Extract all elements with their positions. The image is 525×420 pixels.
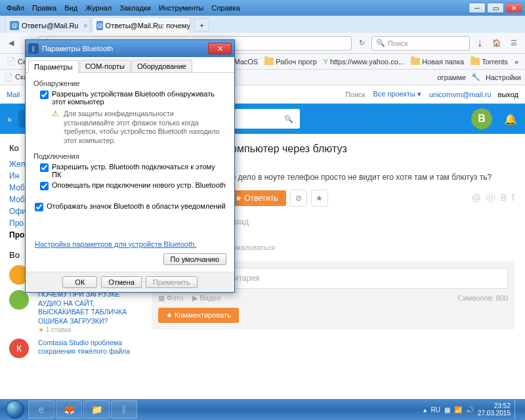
- window-minimize[interactable]: ─: [469, 3, 486, 13]
- downloads-button[interactable]: ⭳: [472, 36, 487, 51]
- answer-button[interactable]: ★ Ответить: [227, 190, 286, 206]
- share-mail-icon[interactable]: @: [472, 192, 481, 204]
- apply-button[interactable]: Применить: [146, 276, 198, 288]
- home-button[interactable]: 🏠: [490, 36, 504, 51]
- toolbar-link[interactable]: Настройки: [486, 74, 521, 81]
- bookmarks-overflow[interactable]: »: [512, 58, 521, 66]
- browser-tabstrip: @ Ответы@Mail.Ru × @ Ответы@Mail.Ru: поч…: [0, 16, 525, 33]
- bluetooth-dialog: ᛒ Параметры Bluetooth ✕ Параметры COM-по…: [25, 39, 235, 293]
- folder-icon: [264, 58, 274, 65]
- menu-edit[interactable]: Правка: [28, 3, 60, 13]
- check-allow-connect[interactable]: Разрешить устр. Bluetooth подключаться к…: [40, 163, 226, 178]
- sidebar-question[interactable]: К Comtasia Studio проблема сохранения тя…: [9, 339, 135, 358]
- check-discoverable[interactable]: Разрешить устройствам Bluetooth обнаружи…: [40, 90, 226, 106]
- menu-bookmarks[interactable]: Закладки: [116, 3, 155, 13]
- taskbar-bluetooth[interactable]: ᛒ: [111, 400, 137, 419]
- user-email[interactable]: unicornvm@mail.ru: [429, 91, 492, 98]
- checkbox[interactable]: [35, 203, 43, 211]
- tab-params[interactable]: Параметры: [28, 60, 79, 73]
- bluetooth-icon: ᛒ: [121, 404, 127, 415]
- show-desktop[interactable]: [514, 400, 518, 419]
- tray-clock[interactable]: 23:52 27.03.2015: [478, 402, 511, 417]
- windows-orb-icon: [6, 400, 24, 419]
- window-menubar: Файл Правка Вид Журнал Закладки Инструме…: [0, 0, 525, 16]
- bookmark-item[interactable]: Новая папка: [408, 56, 467, 67]
- search-icon[interactable]: 🔍: [284, 115, 293, 123]
- check-notify-connect[interactable]: Оповещать при подключении нового устр. B…: [40, 181, 226, 190]
- link-text: Настройки: [486, 74, 521, 81]
- favorite-button[interactable]: ★: [311, 190, 328, 207]
- avatar: [9, 290, 29, 310]
- close-icon[interactable]: ×: [183, 22, 187, 30]
- window-maximize[interactable]: ▭: [487, 3, 504, 13]
- dialog-tabs: Параметры COM-порты Оборудование: [26, 57, 234, 73]
- close-icon[interactable]: ×: [83, 22, 87, 30]
- comment-submit[interactable]: ★ Комментировать: [158, 308, 239, 323]
- warning-text: Для защиты конфиденциальности устанавлив…: [64, 110, 226, 146]
- reload-button[interactable]: ↻: [354, 36, 369, 51]
- checkbox[interactable]: [40, 163, 49, 172]
- mailru-nav-search[interactable]: Поиск: [345, 91, 365, 98]
- browser-search[interactable]: 🔍 Поиск: [371, 36, 470, 51]
- bookmark-item[interactable]: Рабоч прогр: [262, 56, 319, 67]
- ok-button[interactable]: ОК: [62, 276, 97, 288]
- browser-tab-1[interactable]: @ Ответы@Mail.Ru ×: [5, 17, 91, 33]
- favicon-icon: @: [10, 21, 19, 30]
- tray-lang[interactable]: RU: [430, 406, 440, 413]
- menu-button[interactable]: ☰: [507, 36, 521, 51]
- share-vk-icon[interactable]: B: [501, 192, 507, 204]
- share-fb-icon[interactable]: f: [512, 192, 514, 204]
- bell-icon[interactable]: 🔔: [504, 113, 517, 125]
- logout-link[interactable]: выход: [498, 91, 518, 98]
- menu-view[interactable]: Вид: [60, 3, 81, 13]
- ie-icon: e: [39, 404, 44, 415]
- tab-comports[interactable]: COM-порты: [79, 60, 131, 72]
- toolbar-link[interactable]: ограмме: [437, 74, 466, 81]
- search-icon: 🔍: [376, 39, 385, 47]
- defaults-button[interactable]: По умолчанию: [163, 253, 226, 265]
- checkbox[interactable]: [40, 182, 49, 190]
- attach-video[interactable]: ▶ Видео: [192, 294, 220, 303]
- bookmark-item[interactable]: Y https://www.yahoo.co...: [321, 56, 407, 67]
- back-button[interactable]: ◀: [4, 36, 18, 51]
- mailru-nav-all[interactable]: Все проекты ▾: [373, 90, 421, 98]
- attach-photo[interactable]: ▦ Фото: [158, 294, 183, 303]
- warning-icon: ⚠: [51, 110, 60, 119]
- dialog-titlebar[interactable]: ᛒ Параметры Bluetooth ✕: [26, 40, 234, 57]
- tab-title: Ответы@Mail.Ru: почему ...: [106, 22, 191, 30]
- checkbox[interactable]: [40, 91, 49, 99]
- check-tray-icon[interactable]: Отображать значок Bluetooth в области ув…: [35, 202, 226, 211]
- bm-label: https://www.yahoo.co...: [330, 58, 404, 66]
- dialog-title: Параметры Bluetooth: [42, 45, 208, 52]
- start-button[interactable]: [3, 400, 28, 419]
- bt-settings-link[interactable]: Настройка параметров для устройств Bluet…: [35, 240, 226, 248]
- menu-history[interactable]: Журнал: [81, 3, 116, 13]
- clock-time: 23:52: [478, 402, 511, 410]
- sidebar-question[interactable]: ПОЧЕМУ ПРИ ЗАГРУЗКЕ АУДИО НА САЙТ, ВЫСКА…: [9, 290, 135, 333]
- menu-file[interactable]: Файл: [3, 3, 28, 13]
- bm-label: Torrents: [482, 58, 508, 66]
- browser-tab-2[interactable]: @ Ответы@Mail.Ru: почему ... ×: [92, 17, 190, 33]
- bookmark-item[interactable]: Torrents: [468, 56, 511, 67]
- tray-volume-icon[interactable]: 🔊: [466, 406, 474, 413]
- block-button[interactable]: ⊘: [290, 190, 307, 207]
- tray-flag-icon[interactable]: ▦: [444, 406, 450, 413]
- window-close[interactable]: ✕: [505, 3, 522, 13]
- tray-show-hidden[interactable]: ▴: [423, 406, 427, 413]
- mailru-nav-mail[interactable]: Mail: [7, 91, 20, 98]
- tool-label: Видео: [200, 294, 220, 302]
- tray-network-icon[interactable]: 📶: [454, 406, 462, 413]
- tab-hardware[interactable]: Оборудование: [131, 60, 192, 72]
- cancel-button[interactable]: Отмена: [101, 276, 141, 288]
- user-avatar[interactable]: В: [471, 108, 492, 129]
- taskbar-explorer[interactable]: 📁: [83, 400, 110, 419]
- share-ok-icon[interactable]: ⓞ: [486, 192, 495, 204]
- folder-icon: 📁: [91, 404, 102, 415]
- new-tab-button[interactable]: ＋: [194, 18, 209, 32]
- menu-help[interactable]: Справка: [207, 3, 243, 13]
- taskbar-ie[interactable]: e: [28, 400, 54, 419]
- menu-tools[interactable]: Инструменты: [155, 3, 208, 13]
- bluetooth-icon: ᛒ: [28, 43, 39, 54]
- dialog-close[interactable]: ✕: [208, 43, 232, 54]
- taskbar-firefox[interactable]: 🦊: [56, 400, 82, 419]
